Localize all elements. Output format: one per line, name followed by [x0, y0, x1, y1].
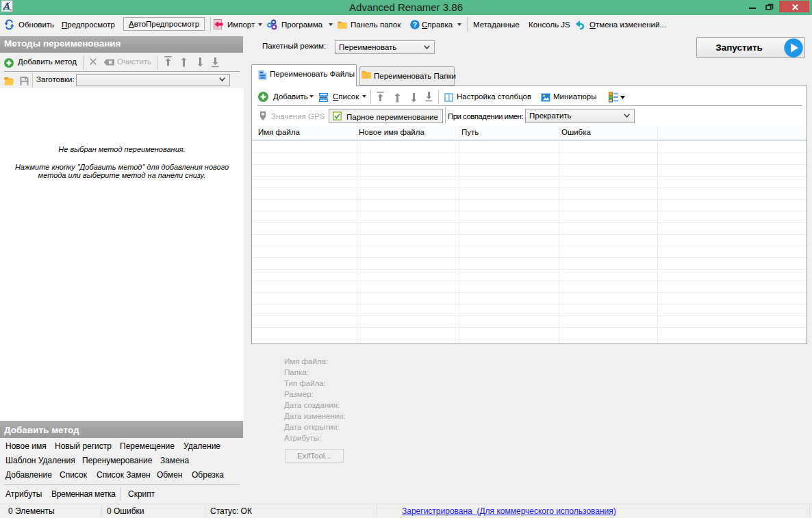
svg-text:?: ? [413, 21, 417, 29]
